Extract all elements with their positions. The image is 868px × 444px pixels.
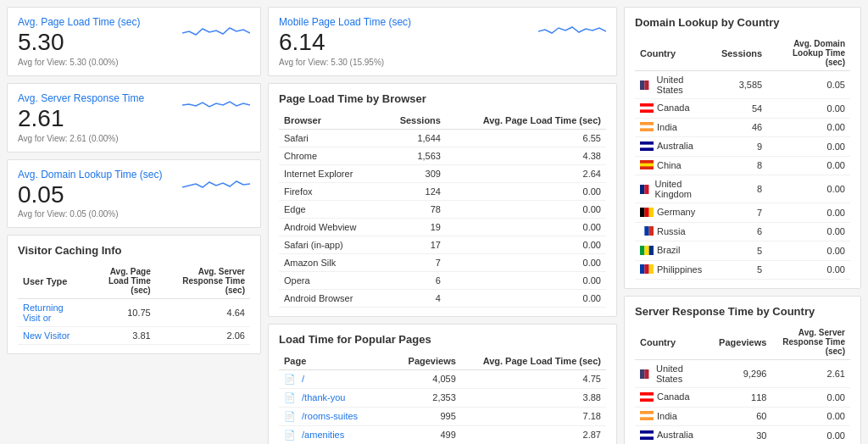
caching-page-load: 3.81	[83, 327, 156, 345]
dlc-sessions: 8	[716, 156, 767, 175]
page-pageviews: 4,059	[396, 369, 461, 388]
flag-icon	[640, 411, 654, 420]
flag-icon	[640, 208, 654, 217]
src-row: Canada 118 0.00	[635, 388, 850, 408]
dlc-row: Brazil 5 0.00	[635, 241, 850, 261]
dlc-sessions: 9	[716, 137, 767, 157]
browser-row: Opera 6 0.00	[279, 271, 606, 289]
browser-row: Android Browser 4 0.00	[279, 289, 606, 307]
caching-server-response: 2.06	[156, 327, 250, 345]
browser-col-sessions: Sessions	[382, 112, 446, 130]
dlc-sessions: 7	[716, 203, 767, 223]
src-avg: 0.00	[771, 426, 850, 445]
browser-sessions: 309	[382, 164, 446, 182]
caching-user-type: New Visitor	[18, 327, 83, 345]
svg-rect-25	[649, 264, 654, 274]
svg-rect-13	[649, 185, 652, 194]
src-country: Australia	[635, 426, 714, 445]
dlc-sessions: 5	[716, 241, 767, 261]
flag-icon	[640, 185, 652, 194]
src-row: India 60 0.00	[635, 407, 850, 426]
svg-rect-23	[640, 264, 644, 274]
browser-name: Android Browser	[279, 289, 382, 307]
src-row: United States 9,296 2.61	[635, 360, 850, 388]
domain-lookup-country-card: Domain Lookup by Country Country Session…	[624, 7, 861, 289]
dlc-country: Russia	[635, 222, 716, 241]
src-col-country: Country	[635, 325, 714, 360]
svg-rect-20	[640, 246, 644, 255]
flag-icon	[640, 122, 654, 131]
avg-server-response-value: 2.61	[18, 106, 144, 132]
pages-row: 📄 /amenities 499 2.87	[279, 425, 606, 444]
server-response-country-title: Server Response Time by Country	[635, 305, 850, 318]
dlc-sessions: 54	[716, 99, 767, 119]
src-avg: 0.00	[771, 407, 850, 426]
avg-domain-lookup-sparkline	[182, 169, 250, 194]
svg-rect-11	[640, 185, 644, 194]
avg-server-response-sparkline	[182, 92, 250, 118]
dlc-country: Australia	[635, 137, 716, 157]
dlc-avg: 0.00	[767, 203, 850, 223]
dlc-row: Canada 54 0.00	[635, 99, 850, 119]
pages-row: 📄 /rooms-suites 995 7.18	[279, 407, 606, 425]
flag-icon	[640, 264, 654, 274]
browser-row: Internet Explorer 309 2.64	[279, 164, 606, 182]
page-pageviews: 499	[396, 425, 461, 444]
svg-rect-26	[640, 369, 644, 379]
popular-pages-card: Load Time for Popular Pages Page Pagevie…	[268, 324, 617, 444]
browser-sessions: 7	[382, 253, 446, 271]
dlc-avg: 0.00	[767, 222, 850, 241]
page-avg: 3.88	[461, 388, 606, 407]
svg-rect-1	[644, 80, 648, 90]
browser-row: Amazon Silk 7 0.00	[279, 253, 606, 271]
dlc-row: India 46 0.00	[635, 118, 850, 137]
dlc-row: Australia 9 0.00	[635, 137, 850, 157]
browser-name: Firefox	[279, 182, 382, 200]
dlc-country: India	[635, 118, 716, 137]
caching-col-user-type: User Type	[18, 264, 83, 299]
browser-row: Edge 78 0.00	[279, 200, 606, 218]
svg-rect-21	[644, 246, 648, 255]
page-name: 📄 /thank-you	[279, 388, 396, 407]
dlc-col-sessions: Sessions	[716, 36, 767, 71]
dlc-avg: 0.00	[767, 118, 850, 137]
dlc-row: United Kingdom 8 0.00	[635, 175, 850, 203]
browser-name: Internet Explorer	[279, 164, 382, 182]
src-pageviews: 118	[714, 388, 771, 408]
domain-lookup-country-table: Country Sessions Avg. Domain Lookup Time…	[635, 36, 850, 280]
mobile-page-load-title: Mobile Page Load Time (sec)	[279, 16, 411, 28]
svg-rect-4	[640, 106, 654, 109]
avg-domain-lookup-title: Avg. Domain Lookup Time (sec)	[18, 169, 163, 180]
page-icon: 📄	[284, 374, 296, 384]
browser-name: Amazon Silk	[279, 253, 382, 271]
svg-rect-12	[644, 185, 648, 194]
flag-icon	[640, 226, 654, 236]
src-country: India	[635, 407, 714, 426]
dlc-sessions: 8	[716, 175, 767, 203]
dlc-row: Philippines 5 0.00	[635, 260, 850, 280]
pages-col-avg: Avg. Page Load Time (sec)	[461, 352, 606, 370]
page-avg: 4.75	[461, 369, 606, 388]
visitor-caching-title: Visitor Caching Info	[18, 244, 250, 257]
flag-icon	[640, 103, 654, 113]
src-row: Australia 30 0.00	[635, 426, 850, 445]
avg-page-load-value: 5.30	[18, 30, 141, 56]
mobile-page-load-sparkline	[538, 16, 606, 42]
svg-rect-32	[640, 414, 654, 418]
popular-pages-title: Load Time for Popular Pages	[279, 333, 606, 346]
browser-name: Opera	[279, 271, 382, 289]
dlc-avg: 0.00	[767, 175, 850, 203]
server-response-country-table: Country Pageviews Avg. Server Response T…	[635, 325, 850, 444]
left-column: Avg. Page Load Time (sec) 5.30 Avg for V…	[7, 7, 261, 444]
browser-avg: 0.00	[446, 271, 606, 289]
popular-pages-table: Page Pageviews Avg. Page Load Time (sec)…	[279, 352, 606, 444]
flag-icon	[640, 430, 654, 440]
caching-row: New Visitor 3.81 2.06	[18, 327, 250, 345]
dlc-sessions: 6	[716, 222, 767, 241]
browser-avg: 2.64	[446, 164, 606, 182]
page-avg: 7.18	[461, 407, 606, 425]
svg-rect-24	[644, 264, 648, 274]
browser-avg: 0.00	[446, 218, 606, 236]
avg-page-load-sparkline	[182, 16, 250, 42]
browser-sessions: 4	[382, 289, 446, 307]
